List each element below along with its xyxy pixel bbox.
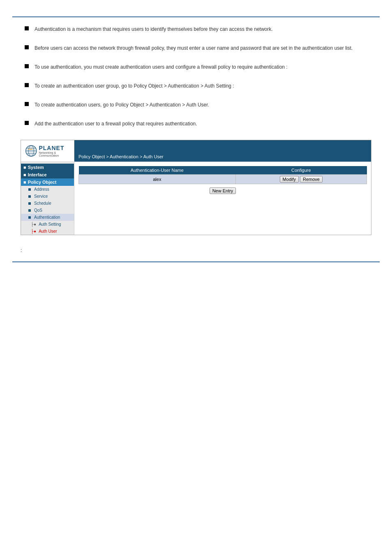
sidebar-item-interface[interactable]: ■ Interface [21,171,74,178]
sidebar-item-service[interactable]: Service [21,193,74,200]
bullet-icon-4 [25,83,29,87]
sidebar-item-address[interactable]: Address [21,186,74,193]
bullet-icon-3 [25,64,29,68]
bullet-text-6: Add the authentication user to a firewal… [35,120,197,127]
bullet-text-4: To create an authentication user group, … [35,82,234,90]
sidebar-label-interface: Interface [28,172,47,177]
sidebar-label-service: Service [34,194,48,199]
bullet-icon-5 [25,102,29,106]
sidebar-item-qos[interactable]: QoS [21,207,74,214]
top-divider [12,16,380,17]
auth-user-arrow: ├● [31,229,36,234]
schedule-bullet [28,202,31,205]
sidebar-label-authentication: Authentication [34,215,60,220]
bullet-icon-1 [25,26,29,30]
configure-cell: Modify Remove [235,175,367,184]
planet-logo: PLANET Networking & Communication [25,143,70,158]
sidebar-item-policy-object[interactable]: ■ Policy Object [21,178,74,186]
caption-section: : [21,247,371,253]
sidebar-item-authentication[interactable]: Authentication [21,214,74,221]
sidebar-label-schedule: Schedule [34,201,51,206]
bullet-item-4: To create an authentication user group, … [25,82,367,90]
sidebar-item-system[interactable]: ■ System [21,164,74,171]
interface-icon: ■ [23,172,26,177]
remove-button[interactable]: Remove [300,176,323,183]
breadcrumb: Policy Object > Authentication > Auth Us… [78,154,164,159]
service-bullet [28,195,31,198]
bullet-text-3: To use authentication, you must create a… [35,63,288,71]
app-header: PLANET Networking & Communication Policy… [21,140,371,162]
sidebar: ■ System ■ Interface ■ Policy Object Add… [21,162,74,235]
bullet-icon-2 [25,45,29,49]
bullet-item-1: Authentication is a mechanism that requi… [25,25,367,33]
sidebar-label-system: System [28,165,44,170]
system-icon: ■ [23,165,26,170]
sidebar-item-auth-user[interactable]: ├● Auth User [21,228,74,235]
caption-prefix: : [21,247,22,253]
bullet-item-3: To use authentication, you must create a… [25,63,367,71]
logo-name: PLANET [39,145,70,151]
ui-screenshot: PLANET Networking & Communication Policy… [21,140,371,235]
bullet-text-5: To create authentication users, go to Po… [35,101,209,109]
policy-object-icon: ■ [23,180,26,185]
authentication-bullet [28,216,31,219]
bottom-divider [12,261,380,262]
sidebar-label-auth-user: Auth User [39,229,57,234]
bullet-text-2: Before users can access the network thro… [35,44,353,52]
col-header-configure: Configure [235,166,367,175]
sidebar-label-auth-setting: Auth Setting [39,222,61,227]
bullet-text-1: Authentication is a mechanism that requi… [35,25,273,33]
bullet-item-5: To create authentication users, go to Po… [25,101,367,109]
sidebar-item-schedule[interactable]: Schedule [21,200,74,207]
sidebar-item-auth-setting[interactable]: ├● Auth Setting [21,221,74,228]
sidebar-label-policy-object: Policy Object [28,180,57,185]
bullet-item-2: Before users can access the network thro… [25,44,367,52]
bullet-section: Authentication is a mechanism that requi… [25,25,367,127]
col-header-username: Authentication-User Name [79,166,236,175]
logo-tagline: Networking & Communication [39,151,70,157]
address-bullet [28,188,31,191]
new-entry-container: New Entry [78,187,367,194]
auth-user-table: Authentication-User Name Configure alex … [78,166,367,184]
main-layout: ■ System ■ Interface ■ Policy Object Add… [21,162,371,235]
table-row: alex Modify Remove [79,175,367,184]
bullet-icon-6 [25,121,29,125]
nav-area: Policy Object > Authentication > Auth Us… [74,140,371,162]
logo-area: PLANET Networking & Communication [21,140,74,162]
content-area: Authentication-User Name Configure alex … [74,162,371,235]
qos-bullet [28,209,31,212]
sidebar-label-address: Address [34,187,49,192]
new-entry-button[interactable]: New Entry [210,187,236,194]
username-cell: alex [79,175,236,184]
logo-text: PLANET Networking & Communication [39,145,70,157]
sidebar-label-qos: QoS [34,208,42,213]
modify-button[interactable]: Modify [280,176,299,183]
auth-setting-arrow: ├● [31,222,36,227]
planet-logo-svg [25,143,37,158]
bullet-item-6: Add the authentication user to a firewal… [25,120,367,127]
